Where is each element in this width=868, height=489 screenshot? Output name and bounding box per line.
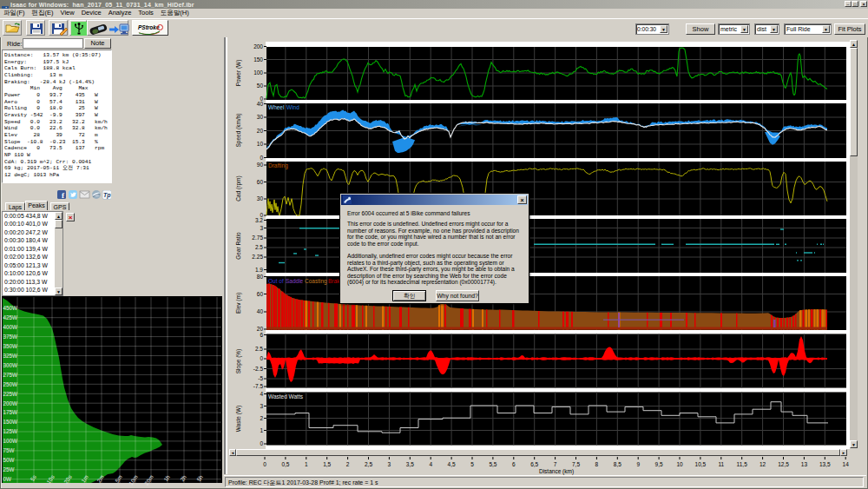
svg-text:Gear Ratio: Gear Ratio — [235, 232, 241, 260]
svg-text:4,5: 4,5 — [448, 461, 456, 467]
svg-text:Distance (km): Distance (km) — [539, 468, 574, 475]
svg-text:2: 2 — [260, 415, 263, 421]
svg-text:9,5: 9,5 — [655, 461, 663, 467]
svg-text:Saddle: Saddle — [286, 278, 304, 284]
svg-text:4: 4 — [429, 461, 432, 467]
svg-text:3: 3 — [388, 461, 391, 467]
svg-text:11: 11 — [718, 461, 724, 467]
svg-text:2.5: 2.5 — [255, 244, 263, 250]
svg-text:1: 1 — [305, 461, 308, 467]
svg-text:8: 8 — [595, 461, 599, 467]
svg-text:60: 60 — [257, 179, 264, 185]
svg-text:11,5: 11,5 — [737, 461, 748, 467]
svg-text:13,5: 13,5 — [819, 461, 831, 467]
svg-text:Wind: Wind — [286, 104, 299, 110]
svg-text:3: 3 — [260, 403, 263, 409]
svg-text:6,5: 6,5 — [530, 461, 538, 467]
svg-text:5: 5 — [470, 461, 474, 467]
svg-text:80: 80 — [257, 274, 264, 280]
svg-text:9: 9 — [636, 461, 640, 467]
svg-text:12: 12 — [760, 461, 766, 467]
svg-text:1,5: 1,5 — [323, 461, 331, 467]
svg-text:6: 6 — [512, 461, 516, 467]
svg-text:0: 0 — [260, 440, 263, 446]
svg-text:3.2: 3.2 — [255, 217, 263, 223]
svg-text:13: 13 — [801, 461, 808, 467]
svg-text:8,5: 8,5 — [614, 461, 621, 467]
svg-text:Wasted Watts: Wasted Watts — [268, 393, 304, 400]
svg-text:2.25: 2.25 — [252, 254, 263, 260]
svg-text:-2.5: -2.5 — [253, 366, 264, 372]
svg-text:1: 1 — [260, 427, 263, 433]
svg-text:Coasting: Coasting — [305, 278, 327, 285]
svg-text:14: 14 — [843, 461, 850, 467]
svg-text:0: 0 — [263, 461, 266, 467]
svg-text:-7.5: -7.5 — [253, 383, 264, 389]
svg-text:4: 4 — [260, 391, 263, 397]
svg-text:Speed (km/h): Speed (km/h) — [235, 113, 242, 147]
svg-text:30: 30 — [257, 195, 264, 202]
svg-text:Wheel: Wheel — [268, 104, 285, 110]
svg-text:2,5: 2,5 — [365, 461, 372, 467]
svg-text:20: 20 — [257, 128, 264, 134]
svg-text:2.5: 2.5 — [255, 346, 263, 352]
svg-text:3,5: 3,5 — [406, 461, 414, 467]
svg-text:Out of: Out of — [268, 278, 284, 284]
svg-text:Slope (%): Slope (%) — [235, 349, 242, 374]
svg-text:Drafting: Drafting — [268, 162, 288, 169]
svg-text:200: 200 — [253, 43, 263, 50]
svg-text:10: 10 — [676, 461, 683, 467]
svg-text:6: 6 — [260, 332, 263, 338]
svg-text:60: 60 — [257, 291, 264, 297]
svg-text:10: 10 — [257, 141, 264, 147]
svg-text:3: 3 — [260, 225, 263, 231]
svg-text:30: 30 — [257, 114, 264, 120]
svg-text:Cad (rpm): Cad (rpm) — [235, 175, 242, 201]
svg-text:0: 0 — [260, 355, 263, 361]
svg-text:1.9: 1.9 — [255, 267, 263, 273]
svg-text:-5: -5 — [258, 375, 263, 381]
svg-text:2: 2 — [346, 461, 350, 467]
svg-text:10,5: 10,5 — [695, 461, 707, 467]
svg-text:0,5: 0,5 — [281, 461, 289, 467]
svg-text:Power (W): Power (W) — [235, 60, 242, 87]
svg-text:0: 0 — [260, 155, 263, 161]
svg-text:7,5: 7,5 — [572, 461, 580, 467]
svg-text:12,5: 12,5 — [778, 461, 789, 467]
svg-text:50: 50 — [257, 83, 264, 89]
svg-text:5,5: 5,5 — [489, 461, 496, 467]
svg-text:40: 40 — [257, 101, 264, 107]
svg-text:100: 100 — [253, 69, 263, 76]
svg-text:40: 40 — [257, 308, 264, 314]
svg-text:150: 150 — [253, 56, 263, 63]
svg-text:Elev (m): Elev (m) — [235, 293, 242, 314]
svg-text:7: 7 — [554, 461, 557, 467]
svg-text:2.75: 2.75 — [252, 235, 263, 241]
svg-text:90: 90 — [257, 162, 264, 168]
svg-text:Waste (W): Waste (W) — [235, 406, 242, 432]
